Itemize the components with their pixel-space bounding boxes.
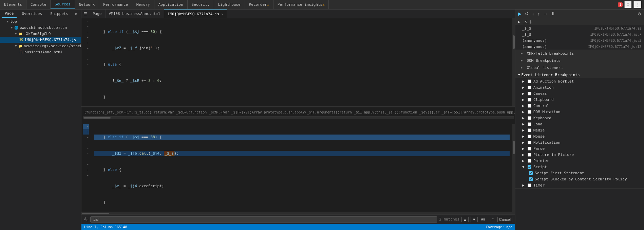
sec-tab-page[interactable]: Page — [2, 10, 17, 18]
more-button[interactable]: ⋮ — [633, 1, 642, 8]
vertical-scrollbar-bottom[interactable] — [512, 124, 515, 212]
event-pip[interactable]: ▶ Picture-in-Picture — [515, 152, 644, 158]
event-listeners-header[interactable]: ▼ Event Listener Breakpoints — [515, 71, 644, 78]
checkbox-ad-auction[interactable] — [528, 79, 531, 83]
checkbox-pip[interactable] — [528, 153, 531, 157]
editor-tab-page[interactable]: Page — [89, 10, 106, 18]
tree-item-ixkzon[interactable]: ▼ 📁 iXkZonSIgCbQ — [0, 31, 81, 37]
scrollbar-thumb-top[interactable] — [513, 35, 515, 49]
event-control[interactable]: ▶ Control — [515, 103, 644, 109]
step-button[interactable]: → — [542, 11, 549, 17]
event-mouse[interactable]: ▶ Mouse — [515, 133, 644, 139]
call-stack-header[interactable]: ▶ _$_$ — [515, 18, 644, 25]
event-animation[interactable]: ▶ Animation — [515, 84, 644, 90]
sec-tab-overrides[interactable]: Overrides — [19, 10, 45, 18]
call-stack-item-4[interactable]: (anonymous) IM0jQktM6FSQ.6771a74.js:12 — [515, 43, 644, 50]
xhr-section: ▶ XHR/fetch Breakpoints — [515, 50, 644, 57]
resume-button[interactable]: ▶ — [517, 11, 523, 17]
xhr-header[interactable]: ▶ XHR/fetch Breakpoints — [515, 50, 644, 57]
checkbox-pointer[interactable] — [528, 159, 531, 163]
code-content-bottom[interactable]: - - - - - - - - - - } else if (__$$j ===… — [81, 124, 515, 212]
case-sensitive-toggle[interactable]: Aa — [480, 216, 487, 222]
checkbox-keyboard[interactable] — [528, 116, 531, 120]
checkbox-animation[interactable] — [528, 86, 531, 89]
scrollbar-thumb-h[interactable] — [83, 117, 111, 119]
tab-performance[interactable]: Performance — [99, 0, 132, 9]
checkbox-timer[interactable] — [528, 183, 531, 187]
tab-lighthouse[interactable]: Lighthouse — [214, 0, 245, 9]
event-pointer[interactable]: ▶ Pointer — [515, 158, 644, 164]
disable-breakpoints-button[interactable]: ⊘ — [636, 11, 643, 17]
sec-tab-snippets[interactable]: Snippets — [48, 10, 71, 18]
checkbox-parse[interactable] — [528, 147, 531, 151]
checkbox-script-first-statement[interactable] — [529, 171, 533, 175]
dom-section: ▶ DOM Breakpoints — [515, 57, 644, 64]
tree-item-chinastock[interactable]: ▼ 🌐 www.chinastock.com.cn — [0, 24, 81, 31]
call-stack-section: ▶ _$_$ _$_$ IM0jQktM6FSQ.6771a74.js _$_$… — [515, 18, 644, 50]
event-media[interactable]: ▶ Media — [515, 127, 644, 133]
call-stack-item-2[interactable]: _$_$ IM0jQktM6FSQ.6771a74.js:7 — [515, 31, 644, 37]
tab-memory[interactable]: Memory — [132, 0, 154, 9]
regex-toggle[interactable]: .* — [489, 216, 495, 222]
checkbox-canvas[interactable] — [528, 92, 531, 95]
global-header[interactable]: ▶ Global Listeners — [515, 64, 644, 71]
checkbox-dom-mutation[interactable] — [528, 110, 531, 114]
tab-perf-insights[interactable]: Performance insights ⚠ — [273, 0, 329, 9]
editor-tab-close[interactable]: ✕ — [221, 12, 223, 16]
call-stack-item-1[interactable]: _$_$ IM0jQktM6FSQ.6771a74.js — [515, 25, 644, 31]
scrollbar-horizontal[interactable] — [83, 116, 514, 119]
scrollbar-h-bottom[interactable] — [81, 212, 515, 214]
checkbox-mouse[interactable] — [528, 135, 531, 138]
event-parse[interactable]: ▶ Parse — [515, 145, 644, 152]
checkbox-media[interactable] — [528, 128, 531, 132]
event-ad-auction[interactable]: ▶ Ad Auction Worklet — [515, 78, 644, 84]
secondary-toolbar-more[interactable]: » — [74, 12, 79, 16]
tab-sources[interactable]: Sources — [51, 0, 75, 9]
editor-tab-jsfile[interactable]: IM0jQktM6FSQ.6771a74.js ✕ — [164, 10, 227, 18]
code-content-top[interactable]: - - - - - - - - - - } else if (__$$j ===… — [81, 18, 515, 107]
event-script-first-statement[interactable]: Script First Statement — [515, 170, 644, 176]
step-out-button[interactable]: ↑ — [536, 11, 542, 17]
event-dom-mutation[interactable]: ▶ DOM Mutation — [515, 109, 644, 115]
editor-tab-vm108[interactable]: VM108 businessAnnc.html — [106, 10, 164, 18]
pause-exceptions-button[interactable]: ⏸ — [550, 11, 557, 17]
tab-elements[interactable]: Elements — [0, 0, 26, 9]
checkbox-notification[interactable] — [528, 141, 531, 144]
vertical-scrollbar-top[interactable] — [512, 18, 515, 106]
checkbox-load[interactable] — [528, 122, 531, 126]
tree-item-jsfile[interactable]: JS IM0jQktM6FSQ.6771a74.js — [0, 37, 81, 43]
event-script-csp[interactable]: Script Blocked by Content Security Polic… — [515, 176, 644, 182]
scrollbar-thumb-hb[interactable] — [82, 213, 109, 214]
event-script[interactable]: ▼ Script — [515, 164, 644, 170]
checkbox-script[interactable] — [528, 165, 531, 169]
step-over-button[interactable]: ↺ — [524, 11, 530, 17]
event-clipboard[interactable]: ▶ Clipboard — [515, 96, 644, 103]
tab-console[interactable]: Console — [26, 0, 51, 9]
event-keyboard[interactable]: ▶ Keyboard — [515, 115, 644, 121]
checkbox-control[interactable] — [528, 104, 531, 108]
search-prev-button[interactable]: ▲ — [461, 217, 469, 222]
event-notification[interactable]: ▶ Notification — [515, 139, 644, 145]
checkbox-clipboard[interactable] — [528, 98, 531, 102]
tab-security[interactable]: Security — [188, 0, 214, 9]
scrollbar-thumb-bottom[interactable] — [513, 141, 515, 154]
call-stack-item-3[interactable]: (anonymous) IM0jQktM6FSQ.6771a74.js:3 — [515, 37, 644, 43]
tree-item-htmlfile[interactable]: {} businessAnnc.html — [0, 49, 81, 55]
step-into-button[interactable]: ↓ — [531, 11, 536, 17]
event-canvas[interactable]: ▶ Canvas — [515, 90, 644, 96]
tab-application[interactable]: Application — [154, 0, 188, 9]
dom-header[interactable]: ▶ DOM Breakpoints — [515, 57, 644, 64]
search-input[interactable] — [90, 216, 437, 223]
toggle-sidebar-button[interactable]: ☰ — [81, 11, 89, 17]
event-timer[interactable]: ▶ Timer — [515, 182, 644, 188]
tab-network[interactable]: Network — [75, 0, 99, 9]
search-next-button[interactable]: ▼ — [471, 217, 478, 222]
js-file-icon: JS — [19, 38, 23, 42]
tree-item-newsite[interactable]: ▼ 📁 newsite/cgs-services/stockFinance — [0, 43, 81, 49]
event-load[interactable]: ▶ Load — [515, 121, 644, 127]
settings-button[interactable]: ⚙ — [624, 1, 632, 8]
tree-item-top[interactable]: ▼ top — [0, 18, 81, 24]
search-cancel-button[interactable]: Cancel — [497, 217, 512, 222]
checkbox-script-csp[interactable] — [529, 177, 533, 181]
tab-recorder[interactable]: Recorder ⚠ — [245, 0, 273, 9]
